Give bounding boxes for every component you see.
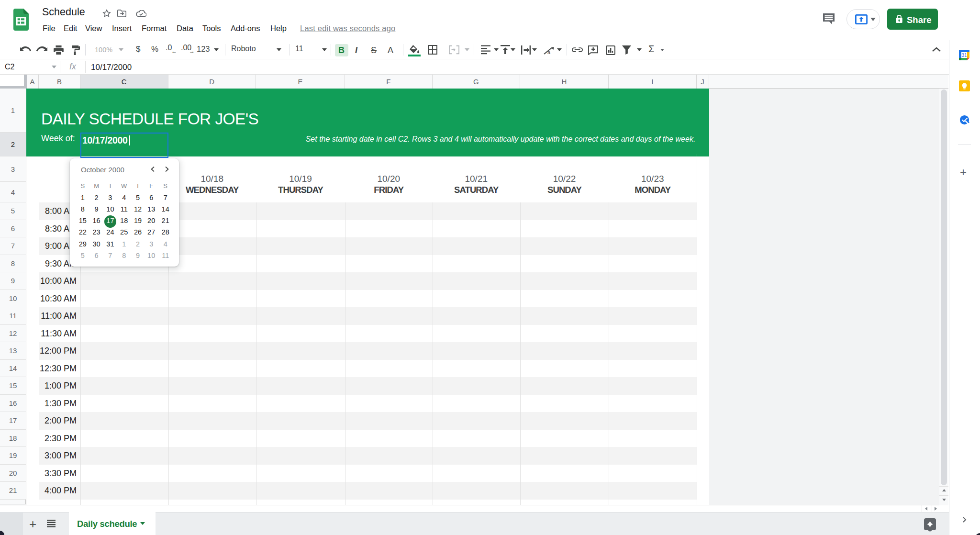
svg-text:a: a [547, 49, 551, 55]
svg-text:31: 31 [961, 53, 967, 58]
